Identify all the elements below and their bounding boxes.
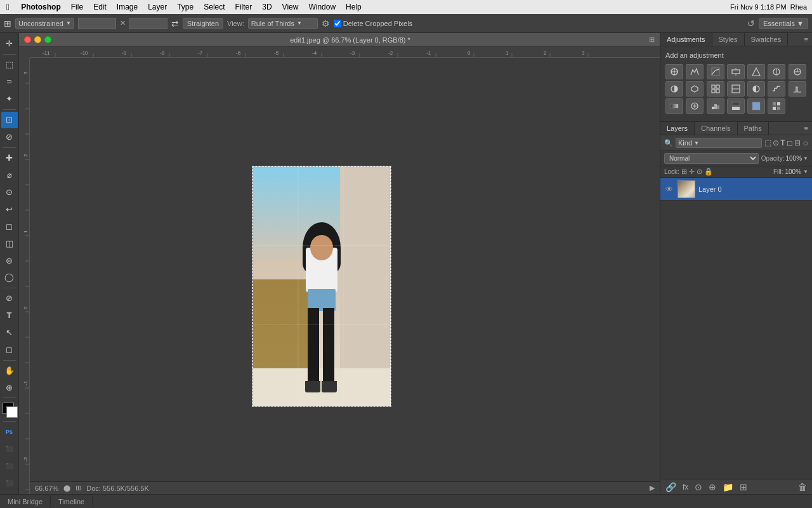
lock-pixels-icon[interactable]: ⊞ [681, 168, 687, 176]
lock-all-icon[interactable]: 🔒 [704, 168, 713, 176]
selective-color-button[interactable] [686, 98, 704, 114]
image-canvas[interactable] [252, 166, 391, 407]
maximize-window-button[interactable] [44, 36, 51, 43]
blend-mode-select[interactable]: Normal Multiply Screen Overlay [664, 153, 759, 164]
type-tool[interactable]: T [1, 307, 18, 324]
layers-options-button[interactable]: ≡ [801, 122, 812, 135]
blur-tool[interactable]: ⊚ [1, 252, 18, 269]
link-layers-button[interactable]: 🔗 [663, 482, 679, 492]
height-input[interactable] [129, 18, 167, 29]
zoom-tool[interactable]: ⊕ [1, 380, 18, 396]
shape-filter-icon[interactable]: ◻ [787, 138, 793, 147]
essentials-dropdown[interactable]: Essentials ▼ [759, 18, 808, 29]
kind-dropdown[interactable]: Kind ▼ [676, 138, 762, 148]
menu-edit[interactable]: Edit [88, 0, 112, 14]
add-mask-button[interactable]: ⊙ [692, 482, 705, 492]
add-adjustment-button[interactable]: ⊕ [706, 482, 719, 492]
tab-adjustments[interactable]: Adjustments [660, 33, 712, 46]
tab-styles[interactable]: Styles [712, 33, 745, 46]
lasso-tool[interactable]: ⊃ [1, 74, 18, 90]
crop-tool[interactable]: ⊡ [1, 112, 18, 128]
color-picker[interactable] [1, 401, 18, 418]
app-name[interactable]: Photoshop [16, 0, 66, 14]
black-white-button[interactable] [665, 81, 683, 97]
move-tool[interactable]: ✛ [1, 36, 18, 52]
gradient-tool[interactable]: ◫ [1, 235, 18, 251]
fill-value[interactable]: 100% [785, 168, 802, 175]
crop-handle-tl[interactable] [252, 166, 256, 170]
tab-paths[interactable]: Paths [738, 122, 769, 135]
pixel-filter-icon[interactable]: ⬚ [764, 138, 771, 147]
hand-tool[interactable]: ✋ [1, 363, 18, 379]
channel-mixer-button[interactable] [707, 81, 724, 97]
exposure-button[interactable] [727, 64, 745, 79]
view-dropdown[interactable]: Rule of Thirds ▼ [248, 18, 318, 29]
settings-icon[interactable]: ⚙ [322, 18, 330, 29]
color-balance-button[interactable] [789, 64, 806, 79]
levels-button[interactable] [686, 64, 704, 79]
invert-button[interactable] [747, 81, 765, 97]
delete-cropped-checkbox[interactable] [334, 20, 341, 27]
delete-cropped-option[interactable]: Delete Cropped Pixels [334, 20, 412, 27]
posterize-button[interactable] [768, 81, 785, 97]
add-style-button[interactable]: fx [680, 483, 691, 491]
pattern-button[interactable] [768, 98, 785, 114]
minimize-window-button[interactable] [34, 36, 41, 43]
tab-swatches[interactable]: Swatches [745, 33, 789, 46]
crop-handle-mr[interactable] [389, 284, 391, 289]
filter-toggle[interactable]: ○ [803, 138, 808, 148]
crop-handle-tm[interactable] [319, 166, 324, 168]
menu-file[interactable]: File [66, 0, 88, 14]
expand-canvas-button[interactable]: ⊞ [649, 36, 655, 44]
menu-view[interactable]: View [277, 0, 304, 14]
crop-handle-br[interactable] [388, 403, 391, 407]
straighten-button[interactable]: Straighten [183, 18, 223, 29]
layer-item-0[interactable]: 👁 Layer 0 [660, 178, 812, 201]
gradient-map-button[interactable] [665, 98, 683, 114]
app-icon-3[interactable]: ⬛ [1, 458, 18, 474]
vibrance-button[interactable] [747, 64, 765, 79]
path-select-tool[interactable]: ↖ [1, 324, 18, 341]
solid-color-button[interactable] [747, 98, 765, 114]
lock-position-icon[interactable]: ✛ [689, 168, 695, 176]
unconstrained-dropdown[interactable]: Unconstrained ▼ [15, 18, 74, 29]
dodge-tool[interactable]: ◯ [1, 269, 18, 286]
width-input[interactable] [78, 18, 116, 29]
expand-status[interactable]: ▶ [650, 484, 655, 492]
opacity-value[interactable]: 100% [786, 155, 802, 162]
apple-menu[interactable]:  [0, 2, 16, 12]
mini-bridge-tab[interactable]: Mini Bridge [0, 497, 51, 507]
history-brush-tool[interactable]: ↩ [1, 201, 18, 217]
background-color[interactable] [6, 406, 18, 418]
eraser-tool[interactable]: ◻ [1, 218, 18, 234]
curves-button[interactable] [707, 64, 724, 79]
lock-artboard-icon[interactable]: ⊙ [697, 168, 702, 176]
levels2-button[interactable] [707, 98, 724, 114]
timeline-tab[interactable]: Timeline [51, 497, 93, 507]
menu-select[interactable]: Select [199, 0, 230, 14]
shadows-highlights-button[interactable] [727, 98, 745, 114]
ps-icon[interactable]: Ps [1, 424, 18, 440]
menu-layer[interactable]: Layer [143, 0, 172, 14]
delete-layer-button[interactable]: 🗑 [796, 482, 809, 492]
threshold-button[interactable] [789, 81, 806, 97]
new-layer-button[interactable]: ⊞ [737, 482, 750, 492]
crop-handle-bl[interactable] [252, 403, 256, 407]
photo-filter-button[interactable] [686, 81, 704, 97]
menu-image[interactable]: Image [112, 0, 143, 14]
smart-filter-icon[interactable]: ⊟ [794, 138, 801, 147]
app-icon-4[interactable]: ⬛ [1, 475, 18, 491]
type-filter-icon[interactable]: T [780, 138, 785, 147]
crop-handle-tr[interactable] [388, 166, 391, 170]
menu-type[interactable]: Type [172, 0, 199, 14]
stamp-tool[interactable]: ⊙ [1, 184, 18, 200]
brightness-contrast-button[interactable] [665, 64, 683, 79]
swap-icon[interactable]: ⇄ [171, 18, 179, 29]
menu-3d[interactable]: 3D [257, 0, 277, 14]
tab-layers[interactable]: Layers [660, 122, 695, 135]
brush-tool[interactable]: ⌀ [1, 166, 18, 183]
shape-tool[interactable]: ◻ [1, 342, 18, 358]
marquee-tool[interactable]: ⬚ [1, 57, 18, 73]
crop-handle-ml[interactable] [252, 284, 254, 289]
menu-filter[interactable]: Filter [230, 0, 258, 14]
